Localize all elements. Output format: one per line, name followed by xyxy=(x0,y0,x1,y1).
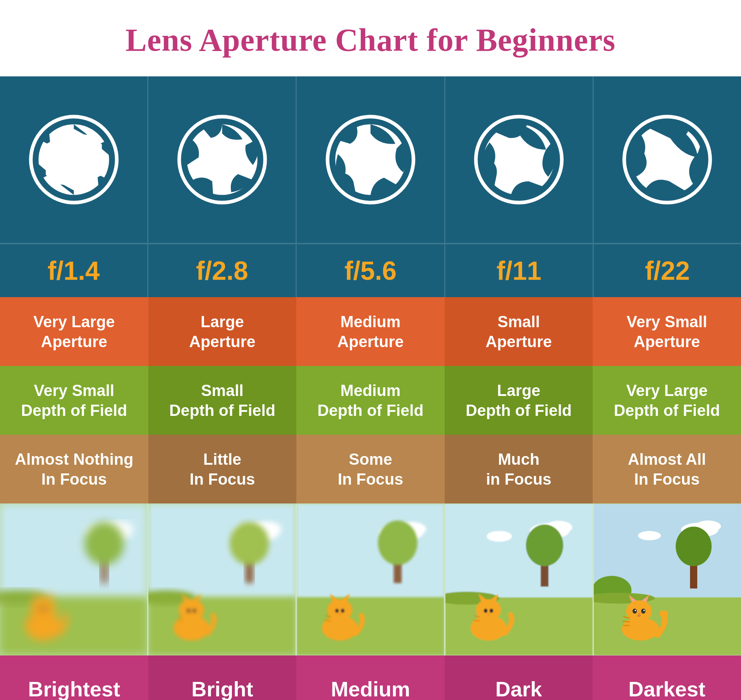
svg-point-62 xyxy=(327,599,353,621)
fstop-cell-5: f/22 xyxy=(594,243,741,297)
svg-point-21 xyxy=(663,155,672,164)
page-title: Lens Aperture Chart for Beginners xyxy=(111,0,630,76)
svg-rect-54 xyxy=(297,504,444,597)
fstop-value-1: f/1.4 xyxy=(48,254,100,287)
fstop-cell-1: f/1.4 xyxy=(0,243,148,297)
focus-cell-1: Almost NothingIn Focus xyxy=(0,435,148,503)
row-brightness: Brightest Bright Medium Dark Darkest xyxy=(0,656,741,700)
svg-point-107 xyxy=(643,609,645,611)
svg-rect-76 xyxy=(445,597,593,655)
svg-point-93 xyxy=(675,526,711,566)
svg-point-83 xyxy=(484,609,487,613)
row-scene xyxy=(0,503,741,656)
svg-point-51 xyxy=(192,609,196,613)
svg-rect-95 xyxy=(594,597,741,655)
row-aperture: Very LargeAperture LargeAperture MediumA… xyxy=(0,297,741,366)
svg-line-53 xyxy=(178,620,183,621)
fstop-value-2: f/2.8 xyxy=(196,254,248,287)
scene-cell-2 xyxy=(148,503,297,656)
svg-rect-27 xyxy=(0,597,147,655)
icon-cell-2 xyxy=(148,76,297,243)
aperture-cell-1: Very LargeAperture xyxy=(0,297,148,366)
aperture-icon-3 xyxy=(325,115,416,205)
svg-point-66 xyxy=(341,609,345,613)
aperture-icon-5 xyxy=(622,115,712,205)
dof-label-1: Very SmallDepth of Field xyxy=(21,380,127,420)
icon-cell-1 xyxy=(0,76,148,243)
row-icons xyxy=(0,76,741,243)
scene-svg-2 xyxy=(148,503,296,656)
row-focus: Almost NothingIn Focus LittleIn Focus So… xyxy=(0,435,741,503)
fstop-cell-2: f/2.8 xyxy=(148,243,297,297)
scene-cell-1 xyxy=(0,503,148,656)
dof-cell-2: SmallDepth of Field xyxy=(148,366,297,435)
dof-label-3: MediumDepth of Field xyxy=(317,380,423,420)
icon-cell-5 xyxy=(594,76,741,243)
icon-cell-4 xyxy=(445,76,594,243)
svg-point-12 xyxy=(203,141,241,179)
aperture-label-2: LargeAperture xyxy=(189,312,255,351)
svg-point-106 xyxy=(635,609,636,611)
svg-rect-59 xyxy=(297,597,444,655)
aperture-cell-2: LargeAperture xyxy=(148,297,297,366)
svg-point-34 xyxy=(38,607,42,611)
fstop-value-5: f/22 xyxy=(645,254,690,287)
svg-rect-70 xyxy=(445,504,593,597)
focus-cell-5: Almost AllIn Focus xyxy=(593,435,741,503)
aperture-icon-1 xyxy=(29,115,119,205)
svg-point-47 xyxy=(179,599,204,621)
svg-point-42 xyxy=(230,522,269,565)
brightness-label-4: Dark xyxy=(495,676,542,700)
svg-point-80 xyxy=(476,599,501,621)
svg-point-105 xyxy=(641,609,646,613)
focus-cell-4: Muchin Focus xyxy=(445,435,593,503)
svg-point-26 xyxy=(84,522,124,565)
svg-point-75 xyxy=(526,525,563,566)
scene-svg-1 xyxy=(0,503,147,656)
aperture-label-1: Very LargeAperture xyxy=(33,312,115,351)
svg-line-69 xyxy=(325,620,331,621)
svg-point-85 xyxy=(487,614,490,615)
fstop-cell-3: f/5.6 xyxy=(297,243,445,297)
svg-point-84 xyxy=(490,609,493,613)
aperture-label-4: SmallAperture xyxy=(486,312,552,351)
scene-svg-4 xyxy=(445,503,593,656)
row-dof: Very SmallDepth of Field SmallDepth of F… xyxy=(0,366,741,435)
scene-svg-5 xyxy=(594,503,741,656)
focus-label-2: LittleIn Focus xyxy=(189,449,255,489)
brightness-label-5: Darkest xyxy=(628,676,706,700)
svg-line-87 xyxy=(472,620,480,621)
svg-point-67 xyxy=(339,614,341,615)
scene-svg-3 xyxy=(297,503,444,656)
brightness-cell-4: Dark xyxy=(445,656,593,700)
dof-label-2: SmallDepth of Field xyxy=(169,380,275,420)
aperture-icon-2 xyxy=(177,115,267,205)
dof-label-5: Very LargeDepth of Field xyxy=(614,380,720,420)
focus-cell-2: LittleIn Focus xyxy=(148,435,297,503)
brightness-label-3: Medium xyxy=(331,676,410,700)
svg-rect-43 xyxy=(148,597,296,655)
dof-cell-1: Very SmallDepth of Field xyxy=(0,366,148,435)
brightness-cell-2: Bright xyxy=(148,656,297,700)
aperture-cell-3: MediumAperture xyxy=(296,297,445,366)
chart: f/1.4 f/2.8 f/5.6 f/11 f/22 Very LargeAp… xyxy=(0,76,741,700)
svg-point-99 xyxy=(626,600,652,622)
dof-cell-5: Very LargeDepth of Field xyxy=(593,366,741,435)
svg-rect-38 xyxy=(148,504,296,597)
brightness-label-2: Bright xyxy=(191,676,253,700)
svg-rect-22 xyxy=(0,504,147,597)
focus-label-3: SomeIn Focus xyxy=(338,449,404,489)
aperture-label-5: Very SmallAperture xyxy=(627,312,707,351)
scene-cell-3 xyxy=(297,503,445,656)
svg-point-31 xyxy=(30,597,56,619)
brightness-label-1: Brightest xyxy=(28,676,120,700)
fstop-cell-4: f/11 xyxy=(445,243,594,297)
brightness-cell-5: Darkest xyxy=(593,656,741,700)
svg-line-110 xyxy=(622,621,629,622)
svg-point-58 xyxy=(378,521,418,565)
icon-cell-3 xyxy=(297,76,445,243)
fstop-value-4: f/11 xyxy=(496,254,541,287)
svg-point-18 xyxy=(510,151,528,169)
svg-point-65 xyxy=(335,609,339,613)
row-fstop: f/1.4 f/2.8 f/5.6 f/11 f/22 xyxy=(0,243,741,297)
